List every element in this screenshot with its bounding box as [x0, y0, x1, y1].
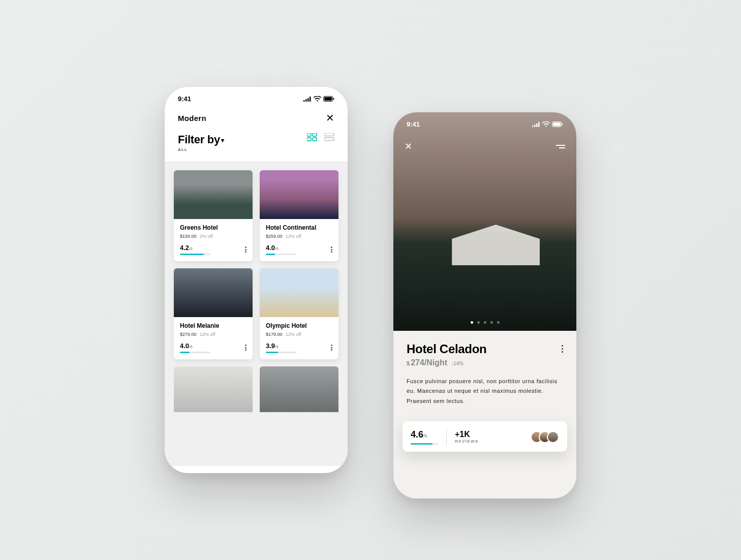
hotel-card-partial[interactable] [260, 366, 338, 412]
status-time: 9:41 [178, 95, 191, 103]
status-icons [532, 121, 563, 127]
page-header: Modern ✕ [165, 107, 348, 126]
avatar [547, 431, 559, 443]
hotel-discount: -14% [452, 361, 464, 366]
hotel-name: Hotel Melanie [180, 322, 246, 330]
rating-bar [266, 352, 296, 353]
svg-rect-14 [534, 125, 536, 127]
layout-toggles [307, 133, 334, 141]
review-label: REVIEWS [455, 439, 479, 444]
svg-rect-8 [313, 133, 317, 136]
chevron-down-icon: ▾ [221, 137, 224, 144]
rating-bar [411, 443, 438, 445]
hotel-rating: 4.0 [266, 244, 275, 252]
card-more-button[interactable] [331, 345, 332, 351]
card-more-button[interactable] [331, 246, 332, 253]
list-view-toggle[interactable] [324, 133, 334, 141]
hotel-card[interactable]: Hotel Continental $259.00 12% off 4.0/5 [260, 170, 338, 261]
card-more-button[interactable] [245, 345, 246, 351]
svg-rect-12 [324, 138, 334, 141]
svg-rect-19 [562, 123, 563, 126]
hotel-rating: 4.2 [180, 244, 189, 252]
hotel-price: $179.00 [266, 332, 283, 337]
rating-outof: /5 [275, 345, 279, 349]
hotel-discount: 12% off [286, 234, 301, 239]
svg-rect-3 [310, 97, 311, 102]
detail-screen: 9:41 ✕ Hotel Celadon $274/Night -14% [393, 112, 576, 499]
hotel-card[interactable]: Hotel Melanie $279.00 12% off 4.0/5 [174, 268, 253, 359]
wifi-icon [314, 96, 321, 102]
review-card[interactable]: 4.6/5 +1K REVIEWS [403, 421, 567, 452]
signal-icon [532, 122, 540, 127]
divider [446, 428, 447, 446]
menu-button[interactable] [556, 145, 565, 148]
svg-rect-9 [307, 138, 311, 141]
hotel-image [174, 170, 253, 219]
rating-bar [180, 352, 210, 353]
hotel-card[interactable]: Olympic Hotel $179.00 12% off 3.9/5 [260, 268, 338, 359]
hotel-name: Greens Hotel [180, 224, 246, 232]
rating-outof: /5 [189, 246, 193, 251]
svg-rect-0 [303, 100, 305, 102]
rating-bar [266, 254, 296, 255]
battery-icon [552, 121, 563, 127]
hotel-price: $274/Night -14% [407, 358, 486, 367]
svg-rect-6 [333, 98, 334, 100]
hotel-discount: 12% off [200, 332, 215, 337]
hotel-rating: 4.0 [180, 342, 189, 350]
svg-rect-10 [313, 138, 317, 141]
filter-dropdown[interactable]: Filter by▾ ALL [178, 133, 224, 152]
hero-image[interactable]: ✕ [393, 112, 576, 331]
carousel-dots[interactable] [393, 321, 576, 324]
close-button[interactable]: ✕ [405, 141, 412, 152]
hotel-grid[interactable]: Greens Hotel $159.00 2% off 4.2/5 Hotel … [165, 161, 348, 466]
review-count: +1K [455, 430, 479, 439]
status-bar: 9:41 [393, 112, 576, 132]
status-time: 9:41 [407, 120, 420, 128]
card-more-button[interactable] [245, 246, 246, 253]
wifi-icon [542, 121, 550, 127]
listing-screen: 9:41 Modern ✕ Filter by▾ ALL Greens Hote… [165, 87, 348, 473]
svg-rect-15 [536, 123, 538, 127]
rating-outof: /5 [423, 433, 427, 439]
svg-rect-1 [305, 99, 307, 102]
status-bar: 9:41 [165, 87, 348, 107]
hotel-price: $279.00 [180, 332, 197, 337]
hotel-name: Hotel Continental [266, 224, 332, 232]
hotel-name: Olympic Hotel [266, 322, 332, 330]
rating-outof: /5 [275, 246, 279, 251]
battery-icon [323, 96, 334, 102]
hotel-image [260, 268, 338, 317]
reviewer-avatars[interactable] [535, 431, 559, 443]
grid-view-toggle[interactable] [307, 133, 317, 141]
svg-rect-18 [553, 122, 561, 126]
hotel-title: Hotel Celadon [407, 342, 486, 356]
detail-body: Hotel Celadon $274/Night -14% Fusce pulv… [393, 331, 576, 411]
svg-rect-16 [538, 122, 540, 127]
filter-subtitle: ALL [178, 147, 224, 152]
svg-rect-2 [307, 98, 309, 102]
hotel-image [260, 170, 338, 219]
filter-bar: Filter by▾ ALL [165, 126, 348, 161]
more-button[interactable] [562, 345, 563, 353]
hotel-discount: 12% off [286, 332, 301, 337]
hotel-price: $259.00 [266, 234, 283, 239]
svg-rect-7 [307, 133, 311, 136]
signal-icon [303, 97, 312, 102]
hotel-description: Fusce pulvinar posuere nisl, non porttit… [407, 377, 563, 406]
hotel-price: $159.00 [180, 234, 197, 239]
hotel-card[interactable]: Greens Hotel $159.00 2% off 4.2/5 [174, 170, 253, 261]
hotel-image [174, 268, 253, 317]
hotel-discount: 2% off [200, 234, 212, 239]
svg-rect-5 [324, 97, 332, 101]
close-button[interactable]: ✕ [326, 112, 334, 124]
svg-rect-11 [324, 133, 334, 136]
page-title: Modern [178, 114, 206, 122]
status-icons [303, 96, 334, 102]
hotel-rating: 3.9 [266, 342, 275, 350]
rating-bar [180, 254, 210, 255]
svg-rect-13 [532, 126, 534, 127]
review-rating: 4.6 [411, 429, 423, 440]
hotel-card-partial[interactable] [174, 366, 253, 412]
filter-title: Filter by [178, 133, 220, 146]
